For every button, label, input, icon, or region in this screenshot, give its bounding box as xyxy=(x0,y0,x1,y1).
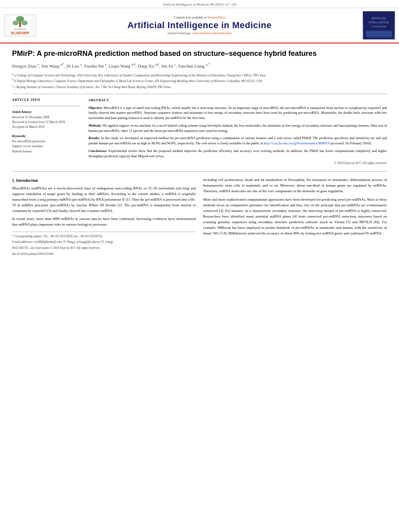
results-link[interactable]: http://ccst.jlu.edu.cn/cgi/bioinformatic… xyxy=(264,141,330,145)
intro-para4-text: More and more sophisticated computationa… xyxy=(203,197,387,235)
affiliations: a a College of Computer Science and Tech… xyxy=(12,72,387,90)
abstract-column: Abstract Objective: MicroRNA is a type o… xyxy=(88,98,387,166)
article-history-block: Article history: Received 25 December 20… xyxy=(12,110,80,129)
intro-para1-text: MicroRNAs (miRNAs) are a newly-discovere… xyxy=(12,186,196,213)
journal-header: ELSEVIER Contents lists available at Sci… xyxy=(0,8,399,43)
elsevier-tree-icon xyxy=(10,16,30,31)
abstract-label: Abstract xyxy=(88,98,387,103)
journal-top-bar: Artificial Intelligence in Medicine 49 (… xyxy=(0,0,399,8)
copyright-line: © 2010 Elsevier B.V. All rights reserved… xyxy=(88,161,387,166)
conclusions-head: Conclusions: xyxy=(88,149,107,153)
intro-para1: MicroRNAs (miRNAs) are a newly-discovere… xyxy=(12,186,196,214)
journal-cover-svg: ARTIFICIAL INTELLIGENCE IN MEDICINE xyxy=(364,11,394,39)
received-date: Received 25 December 2008 xyxy=(12,115,80,120)
svg-rect-4 xyxy=(19,21,21,27)
affiliation-c: c c Beijing Institute of Genomics, Chine… xyxy=(12,84,387,90)
journal-cover-image: ARTIFICIAL INTELLIGENCE IN MEDICINE xyxy=(363,11,395,39)
authors-line: Dongyu Zhao a, Yan Wang a,*, Di Luo a, X… xyxy=(12,62,387,69)
abstract-methods: Methods: We applied support vector machi… xyxy=(88,123,387,134)
info-abstract-section: Article Info Article history: Received 2… xyxy=(12,98,387,166)
svg-point-3 xyxy=(21,21,28,25)
journal-title: Artificial Intelligence in Medicine xyxy=(40,20,359,31)
revised-date: Received in revised form 22 March 2010 xyxy=(12,120,80,125)
keywords-label: Keywords: xyxy=(12,134,80,138)
footnote-email: E-mail addresses: wy6868@hotmail.com (Y.… xyxy=(12,240,196,244)
intro-title: Introduction xyxy=(16,178,38,183)
journal-citation: Artificial Intelligence in Medicine 49 (… xyxy=(162,2,237,6)
journal-center-info: Contents lists available at ScienceDirec… xyxy=(40,16,359,35)
intro-para4: More and more sophisticated computationa… xyxy=(203,197,387,236)
elsevier-brand-text: ELSEVIER xyxy=(11,31,29,35)
homepage-link[interactable]: www.elsevier.com/locate/aiim xyxy=(192,31,231,35)
results-head: Results: xyxy=(88,136,100,140)
body-left-col: 1. Introduction MicroRNAs (miRNAs) are a… xyxy=(12,177,196,256)
svg-rect-5 xyxy=(14,29,26,30)
svg-text:IN MEDICINE: IN MEDICINE xyxy=(371,25,386,28)
intro-para2: In recent years, more than 4000 miRNAs i… xyxy=(12,216,196,228)
keyword-1: Pre-microRNA prediction xyxy=(12,139,80,144)
affiliation-a: a a College of Computer Science and Tech… xyxy=(12,72,387,78)
journal-cover-area: ARTIFICIAL INTELLIGENCE IN MEDICINE xyxy=(359,11,395,39)
intro-para2-text: In recent years, more than 4000 miRNAs i… xyxy=(12,217,196,226)
affiliation-b: b b Digital Biology Laboratory, Computer… xyxy=(12,78,387,84)
intro-heading: 1. Introduction xyxy=(12,177,196,184)
abstract-conclusions: Conclusions: Experimental results show t… xyxy=(88,148,387,159)
article-info-column: Article Info Article history: Received 2… xyxy=(12,98,80,166)
svg-text:ARTIFICIAL: ARTIFICIAL xyxy=(371,17,387,20)
journal-homepage: journal homepage: www.elsevier.com/locat… xyxy=(40,31,359,35)
elsevier-logo: ELSEVIER xyxy=(4,14,36,37)
elsevier-logo-area: ELSEVIER xyxy=(4,14,40,37)
results-text2: (accessed: 26 February 2010). xyxy=(329,141,372,145)
sciencedirect-prefix: Contents lists available at xyxy=(174,16,208,19)
svg-rect-10 xyxy=(366,31,392,38)
article-title: PMirP: A pre-microRNA prediction method … xyxy=(12,49,387,58)
svg-point-2 xyxy=(12,21,19,25)
keywords-block: Keywords: Pre-microRNA prediction Suppor… xyxy=(12,134,80,154)
section-divider xyxy=(12,171,387,172)
keyword-2: Support vector machine xyxy=(12,144,80,149)
footnote-star: * Corresponding authors. Tel.: +86 431 8… xyxy=(12,234,196,238)
accepted-date: Accepted 22 March 2010 xyxy=(12,125,80,129)
history-label: Article history: xyxy=(12,110,80,114)
article-info-label: Article Info xyxy=(12,98,80,102)
conclusions-text: Experimental results show that the propo… xyxy=(88,149,387,158)
abstract-objective: Objective: MicroRNA is a type of small n… xyxy=(88,105,387,121)
doi-line: doi:10.1016/j.artmed.2010.03.004 xyxy=(12,252,196,256)
issn-line: 0933-3657/$ – see front matter © 2010 El… xyxy=(12,246,196,250)
intro-para3-text: including cell proliferation, death and … xyxy=(203,178,387,193)
body-right-col: including cell proliferation, death and … xyxy=(203,177,387,256)
objective-head: Objective: xyxy=(88,106,103,110)
keyword-3: Hybrid features xyxy=(12,149,80,154)
footnotes: * Corresponding authors. Tel.: +86 431 8… xyxy=(12,232,196,256)
methods-text: We applied support vector machine for a … xyxy=(88,123,387,133)
homepage-prefix: journal homepage: xyxy=(168,31,193,35)
page-wrapper: Artificial Intelligence in Medicine 49 (… xyxy=(0,0,399,532)
main-content: PMirP: A pre-microRNA prediction method … xyxy=(0,43,399,262)
sciencedirect-link[interactable]: ScienceDirect xyxy=(208,16,226,19)
abstract-results: Results: In this study we developed an i… xyxy=(88,136,387,146)
divider-top xyxy=(12,94,387,94)
intro-number: 1. xyxy=(12,178,15,183)
info-divider xyxy=(12,106,80,106)
svg-text:INTELLIGENCE: INTELLIGENCE xyxy=(368,21,389,24)
objective-text: MicroRNA is a type of small non-coding R… xyxy=(88,106,387,120)
sciencedirect-line: Contents lists available at ScienceDirec… xyxy=(40,16,359,19)
methods-head: Methods: xyxy=(88,123,102,127)
body-columns: 1. Introduction MicroRNAs (miRNAs) are a… xyxy=(12,177,387,256)
intro-para3: including cell proliferation, death and … xyxy=(203,177,387,194)
